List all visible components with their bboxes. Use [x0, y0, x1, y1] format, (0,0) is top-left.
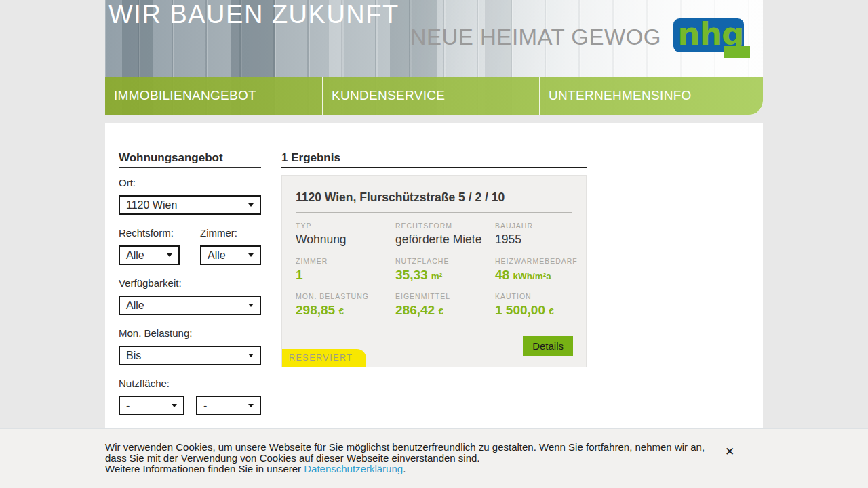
- chevron-down-icon: [167, 253, 172, 257]
- field-heizwaermebedarf: HEIZWÄRMEBEDARF 48 kWh/m²a: [495, 257, 574, 283]
- mon-belastung-select-value: Bis: [126, 350, 141, 362]
- listing-card: 1120 Wien, Flurschützstraße 5 / 2 / 10 T…: [281, 175, 587, 367]
- zimmer-select[interactable]: Alle: [200, 245, 261, 265]
- nutzflaeche-max-value: -: [203, 400, 207, 412]
- rechtsform-select-value: Alle: [126, 249, 144, 262]
- main-nav: IMMOBILIENANGEBOT KUNDENSERVICE UNTERNEH…: [105, 77, 763, 115]
- ort-select[interactable]: 1120 Wien: [119, 195, 261, 215]
- details-button[interactable]: Details: [523, 336, 573, 356]
- cookie-message-text: Wir verwenden Cookies, um unsere Webseit…: [105, 441, 705, 464]
- cookie-message: Wir verwenden Cookies, um unsere Webseit…: [105, 442, 707, 475]
- listing-address: 1120 Wien, Flurschützstraße 5 / 2 / 10: [296, 190, 505, 205]
- close-icon[interactable]: ✕: [725, 446, 734, 458]
- cookie-more-info-suffix: .: [403, 463, 406, 474]
- status-badge: RESERVIERT: [282, 349, 366, 367]
- ort-label: Ort:: [119, 177, 136, 188]
- field-nutzflaeche: NUTZFLÄCHE 35,33 m²: [395, 257, 495, 283]
- nutzflaeche-max-select[interactable]: -: [196, 396, 261, 415]
- filters-title: Wohnungsangebot: [119, 151, 223, 165]
- nav-item-unternehmensinfo[interactable]: UNTERNEHMENSINFO: [539, 77, 763, 115]
- cookie-banner: Wir verwenden Cookies, um unsere Webseit…: [0, 428, 868, 488]
- zimmer-select-value: Alle: [208, 249, 226, 262]
- field-kaution: KAUTION 1 500,00 €: [495, 292, 574, 318]
- ort-select-value: 1120 Wien: [126, 199, 177, 211]
- listing-title-divider: [296, 212, 572, 213]
- field-baujahr: BAUJAHR 1955: [495, 222, 574, 247]
- field-zimmer: ZIMMER 1: [296, 257, 395, 283]
- datenschutz-link[interactable]: Datenschutzerklärung: [304, 463, 403, 474]
- rechtsform-label: Rechtsform:: [119, 227, 174, 239]
- chevron-down-icon: [248, 354, 254, 357]
- results-count: 1 Ergebnis: [281, 151, 340, 165]
- nutzflaeche-min-value: -: [126, 400, 130, 412]
- cookie-more-info-prefix: Weitere Informationen finden Sie in unse…: [105, 463, 304, 474]
- nhg-logo[interactable]: nhg: [673, 18, 750, 58]
- field-typ: TYP Wohnung: [296, 222, 395, 247]
- zimmer-label: Zimmer:: [200, 227, 237, 239]
- nav-item-kundenservice[interactable]: KUNDENSERVICE: [322, 77, 539, 115]
- site-header: WIR BAUEN ZUKUNFT NEUE HEIMAT GEWOG nhg …: [105, 0, 763, 115]
- verfuegbarkeit-label: Verfügbarkeit:: [119, 277, 182, 289]
- nutzflaeche-label: Nutzfläche:: [119, 378, 170, 389]
- field-mon-belastung: MON. BELASTUNG 298,85 €: [296, 292, 395, 318]
- main-content: Wohnungsangebot Ort: 1120 Wien Rechtsfor…: [105, 123, 763, 428]
- chevron-down-icon: [248, 203, 254, 207]
- header-tagline: WIR BAUEN ZUKUNFT: [108, 0, 399, 30]
- card-row: ZIMMER 1 NUTZFLÄCHE 35,33 m² HEIZWÄRMEBE…: [296, 257, 574, 283]
- results-title-divider: [281, 167, 587, 168]
- nav-item-immobilienangebot[interactable]: IMMOBILIENANGEBOT: [105, 77, 322, 115]
- chevron-down-icon: [248, 404, 254, 407]
- field-eigenmittel: EIGENMITTEL 286,42 €: [395, 292, 495, 318]
- rechtsform-select[interactable]: Alle: [119, 245, 180, 265]
- logo-text: nhg: [673, 14, 748, 54]
- chevron-down-icon: [248, 253, 254, 257]
- mon-belastung-select[interactable]: Bis: [119, 346, 261, 365]
- nutzflaeche-min-select[interactable]: -: [119, 396, 184, 415]
- chevron-down-icon: [248, 304, 254, 307]
- brand-name: NEUE HEIMAT GEWOG: [410, 24, 661, 50]
- card-row: MON. BELASTUNG 298,85 € EIGENMITTEL 286,…: [296, 292, 574, 318]
- card-row: TYP Wohnung RECHTSFORM geförderte Miete …: [296, 222, 574, 247]
- mon-belastung-label: Mon. Belastung:: [119, 327, 192, 339]
- chevron-down-icon: [172, 404, 177, 407]
- verfuegbarkeit-select[interactable]: Alle: [119, 296, 261, 315]
- filters-title-divider: [119, 167, 261, 168]
- page: WIR BAUEN ZUKUNFT NEUE HEIMAT GEWOG nhg …: [0, 0, 868, 488]
- verfuegbarkeit-select-value: Alle: [126, 300, 144, 312]
- field-rechtsform: RECHTSFORM geförderte Miete: [395, 222, 495, 247]
